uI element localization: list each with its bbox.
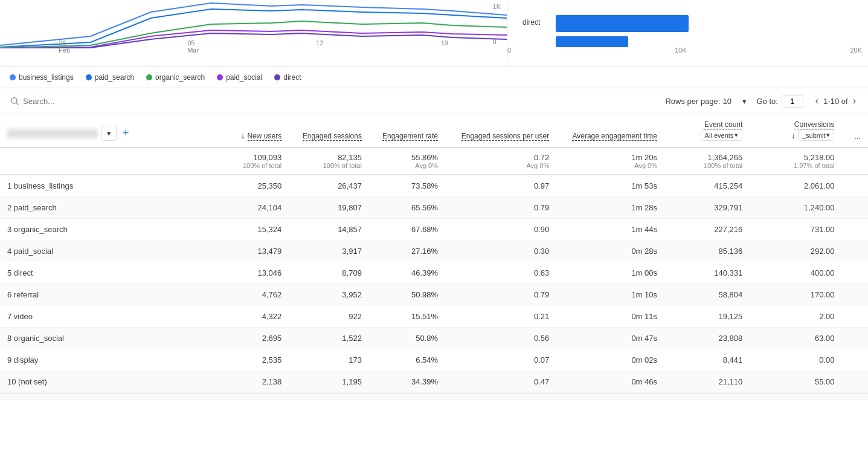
row-extra-2 <box>841 219 868 241</box>
row-number-4: 5 <box>7 268 11 277</box>
extra-column-header: ... <box>841 114 868 147</box>
totals-event-count-value: 1,364,265 <box>672 153 742 162</box>
row-new-users-2: 15,324 <box>223 219 289 241</box>
row-event-count-4: 140,331 <box>664 262 750 284</box>
chart-area: 1K 0 26Feb 05Mar 12 19 direct 0 10K 20K <box>0 0 868 66</box>
engagement-rate-column-header[interactable]: Engagement rate <box>369 114 445 147</box>
legend-item-organic-search: organic_search <box>146 73 205 82</box>
dropdown-chevron: ▾ <box>742 97 747 106</box>
row-event-count-9: 21,110 <box>664 371 750 393</box>
new-users-column-header[interactable]: ↓New users <box>223 114 289 147</box>
prev-page-button[interactable]: ‹ <box>813 93 821 109</box>
conversions-label: Conversions <box>794 120 835 129</box>
totals-dimension-cell <box>0 147 223 175</box>
row-engaged-sessions-0: 26,437 <box>289 175 369 197</box>
channel-name-5[interactable]: referral <box>14 290 39 299</box>
row-engaged-sessions-6: 922 <box>289 306 369 328</box>
row-engaged-sessions-4: 8,709 <box>289 262 369 284</box>
dimension-column-header: ▾ + <box>0 114 223 147</box>
row-new-users-1: 24,104 <box>223 197 289 219</box>
row-extra-7 <box>841 328 868 349</box>
row-dimension-cell-5: 6 referral <box>0 284 223 306</box>
event-count-label: Event count <box>704 120 742 129</box>
row-dimension-cell-1: 2 paid_search <box>0 197 223 219</box>
totals-event-count-cell: 1,364,265 100% of total <box>664 147 750 175</box>
channel-name-8[interactable]: display <box>14 355 38 364</box>
totals-new-users-pct: 100% of total <box>231 162 282 169</box>
row-conversions-7: 63.00 <box>750 328 841 349</box>
search-box[interactable] <box>10 96 204 106</box>
table-row: 7 video 4,322 922 15.51% 0.21 0m 11s 19,… <box>0 306 868 328</box>
row-engaged-sessions-1: 19,807 <box>289 197 369 219</box>
table-row: 10 (not set) 2,138 1,195 34.39% 0.47 0m … <box>0 371 868 393</box>
row-event-count-0: 415,254 <box>664 175 750 197</box>
channel-name-7[interactable]: organic_social <box>14 334 64 343</box>
row-avg-time-1: 1m 28s <box>556 197 664 219</box>
dimension-label-blurred <box>7 129 98 138</box>
row-esp-user-5: 0.79 <box>445 284 556 306</box>
engaged-sessions-per-user-column-header[interactable]: Engaged sessions per user <box>445 114 556 147</box>
row-dimension-cell-0: 1 business_listings <box>0 175 223 197</box>
all-events-label: All events <box>705 132 734 139</box>
row-engagement-rate-5: 50.98% <box>369 284 445 306</box>
conversions-column-header[interactable]: Conversions ↓ _submit ▾ <box>750 114 841 147</box>
row-extra-0 <box>841 175 868 197</box>
legend-label-paid-search: paid_search <box>95 73 134 82</box>
rx-label-20k: 20K <box>850 47 862 54</box>
row-new-users-9: 2,138 <box>223 371 289 393</box>
rx-label-0: 0 <box>507 47 511 54</box>
svg-line-1 <box>16 103 18 105</box>
rows-per-page-control: Rows per page: 10 25 50 ▾ <box>665 97 747 106</box>
row-avg-time-7: 0m 47s <box>556 328 664 349</box>
row-conversions-3: 292.00 <box>750 241 841 262</box>
totals-engaged-sessions-per-user-cell: 0.72 Avg 0% <box>445 147 556 175</box>
channel-name-3[interactable]: paid_social <box>14 247 53 256</box>
conversions-dropdown[interactable]: _submit ▾ <box>798 129 835 141</box>
totals-engaged-sessions-pct: 100% of total <box>296 162 362 169</box>
goto-input[interactable] <box>782 95 803 108</box>
channel-name-4[interactable]: direct <box>14 268 33 277</box>
search-input[interactable] <box>23 97 204 106</box>
row-engaged-sessions-2: 14,857 <box>289 219 369 241</box>
legend-dot-paid-search <box>86 74 92 80</box>
row-extra-3 <box>841 241 868 262</box>
row-dimension-cell-9: 10 (not set) <box>0 371 223 393</box>
event-count-column-header[interactable]: Event count All events ▾ <box>664 114 750 147</box>
row-engagement-rate-2: 67.68% <box>369 219 445 241</box>
horizontal-scrollbar[interactable] <box>0 393 868 400</box>
row-esp-user-0: 0.97 <box>445 175 556 197</box>
conv-dropdown-arrow-icon: ▾ <box>826 131 830 139</box>
engaged-sessions-column-header[interactable]: Engaged sessions <box>289 114 369 147</box>
row-new-users-3: 13,479 <box>223 241 289 262</box>
sort-down-icon: ↓ <box>791 131 796 140</box>
channel-name-1[interactable]: paid_search <box>14 203 57 212</box>
conversions-sub-label: _submit <box>802 132 826 139</box>
avg-engagement-time-column-header[interactable]: Average engagement time <box>556 114 664 147</box>
totals-conversions-pct: 1.97% of total <box>757 162 834 169</box>
row-conversions-2: 731.00 <box>750 219 841 241</box>
channel-name-9[interactable]: (not set) <box>18 377 47 386</box>
totals-conversions-value: 5,218.00 <box>757 153 834 162</box>
data-table: ▾ + ↓New users Engaged sessions <box>0 114 868 393</box>
channel-name-2[interactable]: organic_search <box>14 225 68 234</box>
totals-new-users-cell: 109,093 100% of total <box>223 147 289 175</box>
event-count-dropdown[interactable]: All events ▾ <box>701 129 743 141</box>
totals-new-users-value: 109,093 <box>231 153 282 162</box>
row-engagement-rate-0: 73.58% <box>369 175 445 197</box>
row-number-1: 2 <box>7 203 11 212</box>
add-dimension-button[interactable]: + <box>120 127 132 140</box>
next-page-button[interactable]: › <box>850 93 858 109</box>
row-event-count-5: 58,804 <box>664 284 750 306</box>
table-row: 8 organic_social 2,695 1,522 50.8% 0.56 … <box>0 328 868 349</box>
legend-item-business-listings: business_listings <box>10 73 74 82</box>
row-new-users-0: 25,350 <box>223 175 289 197</box>
dimension-filter-button[interactable]: ▾ <box>101 126 117 141</box>
table-row: 4 paid_social 13,479 3,917 27.16% 0.30 0… <box>0 241 868 262</box>
channel-name-0[interactable]: business_listings <box>14 181 73 190</box>
direct-label: direct <box>522 18 540 27</box>
row-engaged-sessions-3: 3,917 <box>289 241 369 262</box>
page-range: 1-10 of <box>823 97 847 106</box>
totals-avg-time-value: 1m 20s <box>564 153 657 162</box>
rows-per-page-select[interactable]: 10 25 50 <box>722 97 740 106</box>
channel-name-6[interactable]: video <box>14 312 33 321</box>
